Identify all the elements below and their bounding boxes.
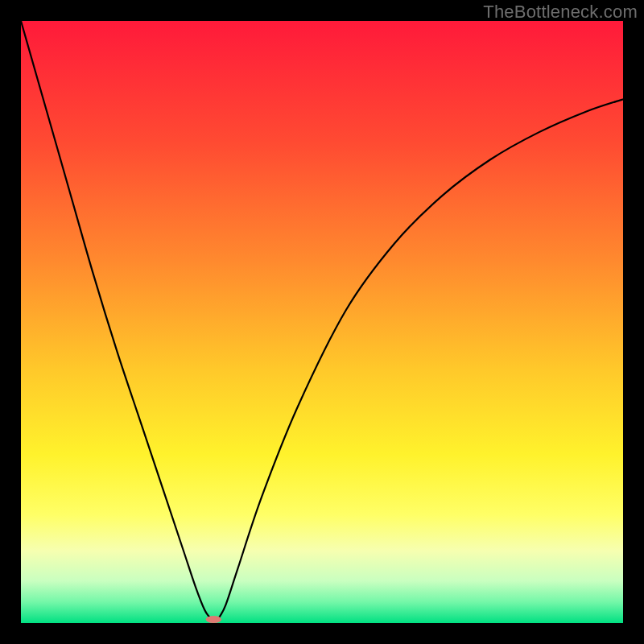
chart-canvas [21,21,623,623]
gradient-background [21,21,623,623]
chart-frame [21,21,623,623]
watermark-text: TheBottleneck.com [483,2,638,23]
optimal-point-marker [206,616,221,623]
